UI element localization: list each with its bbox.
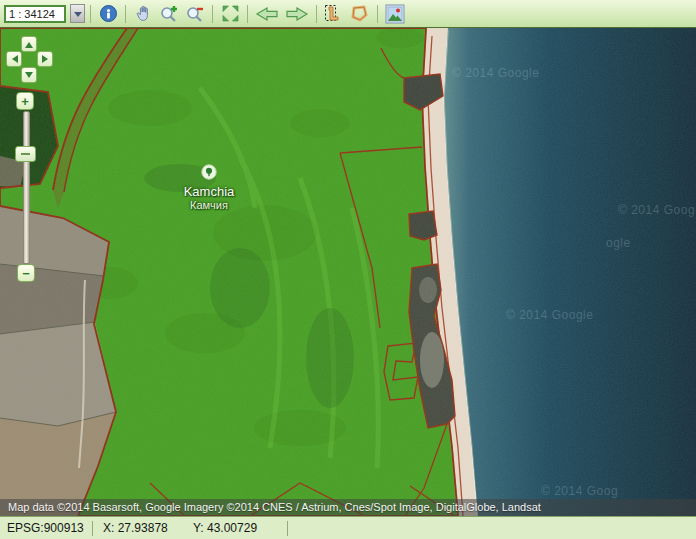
projection-label: EPSG:900913 [0, 521, 92, 535]
zoom-in-icon [159, 4, 179, 24]
satellite-map-canvas [0, 28, 696, 516]
pan-left-button[interactable] [6, 51, 22, 67]
zoom-slider-track[interactable] [23, 111, 30, 264]
arrow-up-icon [25, 38, 33, 48]
toolbar-divider [316, 5, 317, 23]
arrow-right-icon [285, 6, 309, 22]
pan-pad [6, 36, 53, 83]
map-application-window: Kamchia Камчия © 2014 Google © 2014 Goog… [0, 0, 696, 539]
info-button[interactable] [96, 2, 120, 26]
info-icon [99, 4, 118, 23]
export-image-button[interactable] [383, 2, 407, 26]
next-extent-button[interactable] [283, 2, 311, 26]
measure-length-icon [324, 4, 344, 24]
measure-length-button[interactable] [322, 2, 346, 26]
scale-dropdown-button[interactable] [70, 4, 85, 23]
status-divider [287, 521, 288, 536]
zoom-slider-handle[interactable] [15, 146, 36, 162]
arrow-down-icon [25, 72, 33, 82]
toolbar-divider [125, 5, 126, 23]
arrow-right-icon [42, 55, 52, 63]
toolbar-divider [212, 5, 213, 23]
map-viewport[interactable]: Kamchia Камчия © 2014 Google © 2014 Goog… [0, 28, 696, 516]
zoom-out-button[interactable]: − [17, 264, 35, 282]
zoom-in-tool-button[interactable] [157, 2, 181, 26]
chevron-down-icon [74, 12, 82, 21]
pan-right-button[interactable] [37, 51, 53, 67]
zoom-max-extent-button[interactable] [218, 2, 242, 26]
pan-up-button[interactable] [21, 36, 37, 52]
map-attribution: Map data ©2014 Basarsoft, Google Imagery… [0, 499, 696, 516]
status-divider [92, 521, 93, 536]
pan-button[interactable] [131, 2, 155, 26]
zoom-out-icon [185, 4, 205, 24]
toolbar-divider [377, 5, 378, 23]
zoom-max-extent-icon [221, 4, 240, 23]
arrow-left-icon [255, 6, 279, 22]
pan-hand-icon [134, 4, 153, 23]
status-bar: EPSG:900913 X: 27.93878 Y: 43.00729 [0, 516, 696, 539]
cursor-y-coordinate: Y: 43.00729 [193, 521, 273, 535]
scale-input[interactable] [4, 5, 66, 23]
zoom-out-tool-button[interactable] [183, 2, 207, 26]
arrow-left-icon [8, 55, 18, 63]
measure-area-icon [350, 4, 370, 24]
cursor-x-coordinate: X: 27.93878 [103, 521, 185, 535]
measure-area-button[interactable] [348, 2, 372, 26]
image-icon [385, 4, 405, 24]
previous-extent-button[interactable] [253, 2, 281, 26]
zoom-in-button[interactable]: + [16, 92, 34, 110]
slider-handle-mark [21, 153, 30, 155]
toolbar-divider [90, 5, 91, 23]
pan-down-button[interactable] [21, 67, 37, 83]
toolbar [0, 0, 696, 28]
toolbar-divider [247, 5, 248, 23]
